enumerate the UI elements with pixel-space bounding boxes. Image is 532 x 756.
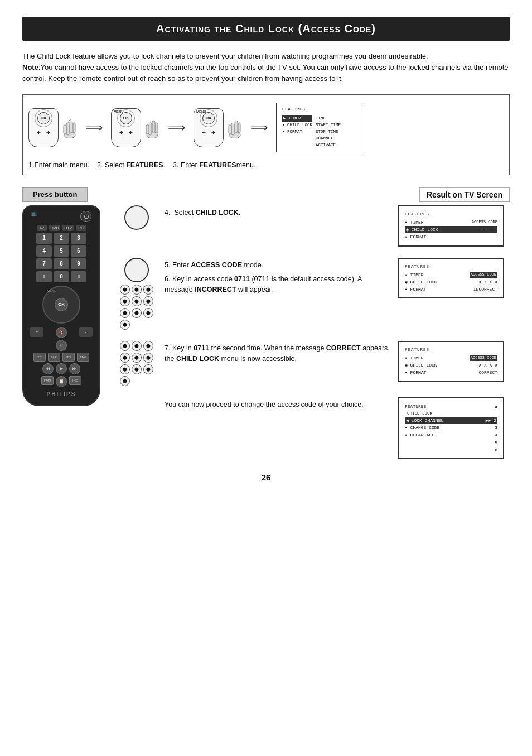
its-btn[interactable]: ITS	[62, 353, 75, 362]
step-5-button[interactable]	[124, 258, 149, 282]
step7-row-3: ▪ FORMAT CORRECT	[405, 369, 497, 376]
fmr-btn[interactable]: FMR	[41, 376, 54, 385]
media-buttons-row: ⏮ ▶ ⏭	[42, 363, 80, 374]
kc7-5: ⬤	[132, 353, 142, 363]
bottom-step-row: You can now proceed to change the access…	[114, 397, 504, 460]
svg-rect-2	[70, 121, 72, 133]
step-4-screen: FEATURES ▪ TIMER ACCESS CODE ◉ CHILD LOC…	[398, 205, 504, 247]
remote-small-3: MENU OK + +	[194, 108, 224, 147]
num-smart2[interactable]: S	[71, 271, 86, 282]
kc7-6: ⬤	[143, 353, 153, 363]
svg-rect-12	[235, 121, 238, 133]
svg-rect-1	[66, 123, 69, 135]
bottom-screen-top-right: ▲	[495, 403, 497, 410]
incr-btn[interactable]: INC	[69, 376, 81, 385]
remote-column: 📺 ⏻ AV DVB DTV PC 1 2 3 4 5 6 7 8 9 S	[22, 205, 109, 459]
num-6[interactable]: 6	[71, 245, 86, 257]
tc-btn[interactable]: TC	[33, 353, 46, 362]
bottom-func-row: FMR 📋 INC	[41, 376, 81, 387]
dvb-btn[interactable]: DVB	[49, 225, 60, 231]
step-7-row: ⬤ ⬤ ⬤ ⬤ ⬤ ⬤ ⬤ ⬤ ⬤ ⬤ 7. Key in 0711 the s…	[114, 341, 504, 386]
step56-screen-title: FEATURES	[405, 263, 497, 270]
step4-row-3: ▪ FORMAT	[405, 233, 497, 240]
guide-btn[interactable]: 📋	[56, 376, 67, 387]
step4-row-2: ◉ CHILD LOCK — — — —	[405, 226, 497, 233]
num-7[interactable]: 7	[36, 258, 52, 269]
step7-screen-title: FEATURES	[405, 346, 497, 353]
next-btn[interactable]: ⏭	[69, 363, 80, 374]
kc-1: ⬤	[120, 285, 130, 295]
steps-column: 4. Select CHILD LOCK. FEATURES ▪ TIMER A…	[109, 205, 510, 459]
main-content: 📺 ⏻ AV DVB DTV PC 1 2 3 4 5 6 7 8 9 S	[22, 205, 510, 459]
func-buttons-row: TC AUD ITS ANG	[33, 353, 89, 362]
num-3[interactable]: 3	[71, 233, 86, 244]
step-4-button[interactable]	[124, 205, 149, 230]
vol-up-btn[interactable]: +	[30, 327, 43, 337]
svg-rect-9	[146, 125, 149, 134]
step-5-6-button-area: ⬤ ⬤ ⬤ ⬤ ⬤ ⬤ ⬤ ⬤ ⬤ ⬤	[114, 258, 159, 330]
ok-button-1: OK	[37, 112, 50, 124]
number-grid: 1 2 3 4 5 6 7 8 9 S 0 S	[36, 233, 86, 282]
return-btn[interactable]: ↩	[56, 340, 67, 351]
audio-btn[interactable]: AUD	[48, 353, 60, 362]
num-8[interactable]: 8	[54, 258, 69, 269]
step56-row-1: ▪ TIMER ACCESS CODE	[405, 271, 497, 278]
step-6-keypad: ⬤ ⬤ ⬤ ⬤ ⬤ ⬤ ⬤ ⬤ ⬤ ⬤	[120, 285, 153, 330]
svg-rect-4	[64, 125, 66, 134]
remote-hand-2: MENU OK + +	[111, 108, 160, 147]
svg-rect-14	[229, 125, 231, 134]
mute-btn[interactable]: 🔇	[56, 327, 67, 338]
remote-top-icons: 📺 ⏻	[27, 211, 96, 222]
mode-buttons-row: AV DVB DTV PC	[37, 225, 86, 231]
kc7-10: ⬤	[120, 376, 130, 386]
step-5-6-text: 5. Enter ACCESS CODE mode. 6. Key in acc…	[165, 258, 393, 296]
ok-nav-button[interactable]: OK	[55, 298, 68, 311]
top-screen-right5: ACTIVATE	[316, 142, 341, 148]
kc-6: ⬤	[143, 296, 153, 306]
num-9[interactable]: 9	[71, 258, 86, 269]
top-screen-right2: START TIME	[316, 122, 341, 128]
ok-button-2: OK	[120, 112, 132, 124]
kc7-2: ⬤	[132, 341, 142, 351]
step7-row-1: ▪ TIMER ACCESS CODE	[405, 354, 497, 362]
menu-nav-label: MENU	[47, 289, 57, 292]
angle-btn[interactable]: ANG	[77, 353, 89, 362]
prev-btn[interactable]: ⏮	[42, 363, 54, 374]
num-0[interactable]: 0	[54, 271, 69, 282]
pc-btn[interactable]: PC	[76, 225, 86, 231]
step4-row-1: ▪ TIMER ACCESS CODE	[405, 219, 497, 226]
num-4[interactable]: 4	[36, 245, 52, 257]
av-btn[interactable]: AV	[37, 225, 47, 231]
kc7-9: ⬤	[143, 364, 153, 374]
play-btn[interactable]: ▶	[56, 363, 67, 374]
bottom-screen: FEATURES ▲ CHILD LOCK ◀ LOCK CHANNEL ▶▶ …	[398, 397, 504, 460]
step-4-text: 4. Select CHILD LOCK.	[165, 205, 393, 218]
arrow-right-1: ⟹	[85, 121, 103, 135]
step4-screen-title: FEATURES	[405, 211, 497, 218]
page-title: Activating the Child Lock (Access Code)	[22, 17, 510, 41]
remote-hand-3: MENU OK + +	[194, 108, 243, 147]
step-4-row: 4. Select CHILD LOCK. FEATURES ▪ TIMER A…	[114, 205, 504, 247]
bottom-row-1: ◀ LOCK CHANNEL ▶▶ 2	[405, 417, 497, 424]
remotes-row: OK + + ⟹ MENU OK	[28, 103, 504, 152]
num-smart[interactable]: S	[36, 271, 52, 282]
kc-7: ⬤	[120, 308, 130, 318]
kc7-8: ⬤	[132, 364, 142, 374]
side-buttons: + 🔇 ↩ -	[27, 327, 96, 351]
nav-circle[interactable]: MENU OK	[42, 286, 80, 324]
plus-right-2: +	[129, 129, 133, 137]
top-screen-right3: STOP TIME	[316, 128, 341, 135]
dtv-btn[interactable]: DTV	[62, 225, 74, 231]
hand-icon-3	[227, 117, 243, 138]
kc-8: ⬤	[132, 308, 142, 318]
vol-down-btn[interactable]: -	[79, 327, 93, 337]
remote-small-1: OK + +	[28, 108, 59, 147]
num-5[interactable]: 5	[54, 245, 69, 257]
power-button[interactable]: ⏻	[80, 211, 91, 222]
bottom-row-4: 5	[405, 439, 497, 446]
num-2[interactable]: 2	[54, 233, 69, 244]
section-headers: Press button Result on TV Screen	[22, 187, 510, 202]
num-1[interactable]: 1	[36, 233, 52, 244]
intro-paragraph: The Child Lock feature allows you to loc…	[22, 51, 510, 84]
philips-brand: PHILIPS	[47, 391, 76, 397]
